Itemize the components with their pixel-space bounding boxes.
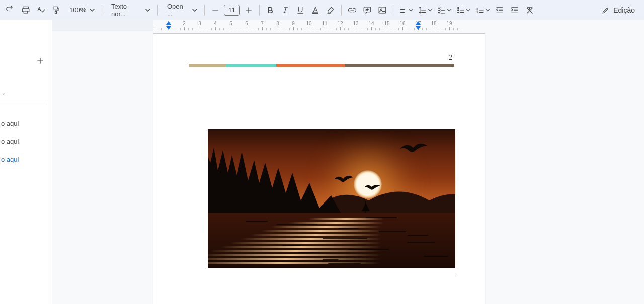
- insert-image-button[interactable]: [376, 4, 389, 17]
- chevron-down-icon: [447, 8, 451, 12]
- text-cursor: [456, 267, 456, 274]
- page-number: 2: [449, 54, 452, 62]
- align-dropdown[interactable]: [397, 4, 415, 17]
- water-shape: [208, 213, 455, 268]
- separator: [157, 5, 158, 16]
- highlight-color-button[interactable]: [324, 4, 337, 17]
- decrease-indent-button[interactable]: [493, 4, 506, 17]
- chevron-down-icon: [409, 8, 413, 12]
- clear-formatting-button[interactable]: [523, 4, 536, 17]
- svg-rect-3: [53, 7, 58, 9]
- decrease-font-size-button[interactable]: [209, 4, 222, 17]
- main-toolbar: 100% Texto nor... Open ... 11: [0, 0, 644, 20]
- checklist-dropdown[interactable]: [436, 4, 453, 17]
- chevron-down-icon: [145, 8, 150, 13]
- svg-rect-5: [312, 12, 318, 13]
- editing-mode-label: Edição: [613, 6, 635, 14]
- font-size-value: 11: [228, 7, 235, 14]
- insert-comment-button[interactable]: [361, 4, 374, 17]
- svg-rect-4: [55, 11, 57, 14]
- zoom-value: 100%: [69, 6, 86, 14]
- bold-button[interactable]: [264, 4, 277, 17]
- separator: [102, 5, 102, 16]
- indent-handle[interactable]: [416, 26, 421, 30]
- header-bar-segment: [276, 64, 345, 67]
- separator: [204, 5, 205, 16]
- pencil-icon: [601, 6, 610, 15]
- indent-handle[interactable]: [166, 21, 171, 25]
- bird-shape: [334, 174, 354, 185]
- print-button[interactable]: [19, 4, 32, 17]
- bird-shape: [364, 183, 381, 192]
- horizontal-ruler[interactable]: 2112345678910111213141516171819: [52, 20, 644, 31]
- document-page[interactable]: 2: [153, 33, 485, 304]
- add-outline-button[interactable]: [35, 55, 46, 66]
- text-color-button[interactable]: [309, 4, 322, 17]
- bird-shape: [399, 142, 428, 157]
- header-bar-segment: [189, 64, 226, 67]
- spellcheck-button[interactable]: [34, 4, 47, 17]
- header-bar-segment: [345, 64, 454, 67]
- document-canvas: 2112345678910111213141516171819 2: [52, 20, 644, 304]
- numbered-list-dropdown[interactable]: 123: [474, 4, 491, 17]
- svg-text:3: 3: [476, 11, 478, 14]
- separator: [259, 5, 260, 16]
- indent-handle[interactable]: [416, 21, 421, 25]
- document-outline: ◦o aquio aquio aqui: [0, 85, 52, 169]
- font-value: Open ...: [167, 3, 189, 18]
- svg-rect-7: [379, 7, 386, 13]
- chevron-down-icon: [466, 8, 470, 12]
- chevron-down-icon: [90, 8, 95, 13]
- increase-indent-button[interactable]: [508, 4, 521, 17]
- editing-mode-dropdown[interactable]: Edição: [596, 3, 640, 18]
- outline-item[interactable]: ◦: [0, 85, 47, 102]
- font-family-dropdown[interactable]: Open ...: [162, 3, 200, 17]
- outline-item[interactable]: o aqui: [0, 151, 47, 167]
- svg-point-11: [458, 12, 459, 13]
- inserted-image-sunset[interactable]: [208, 129, 455, 268]
- italic-button[interactable]: [279, 4, 292, 17]
- font-size-input[interactable]: 11: [224, 5, 240, 16]
- zoom-dropdown[interactable]: 100%: [64, 3, 98, 17]
- chevron-down-icon: [486, 8, 490, 12]
- redo-button[interactable]: [4, 4, 17, 17]
- separator: [393, 5, 393, 16]
- chevron-down-icon: [428, 8, 432, 12]
- style-value: Texto nor...: [111, 3, 142, 18]
- svg-point-10: [458, 9, 459, 10]
- increase-font-size-button[interactable]: [242, 4, 255, 17]
- separator: [341, 5, 342, 16]
- outline-item[interactable]: o aqui: [0, 133, 47, 149]
- bulleted-list-dropdown[interactable]: [455, 4, 472, 17]
- insert-link-button[interactable]: [346, 4, 359, 17]
- svg-point-9: [458, 7, 459, 8]
- chevron-down-icon: [192, 8, 197, 13]
- svg-rect-2: [24, 11, 28, 13]
- underline-button[interactable]: [294, 4, 307, 17]
- line-spacing-dropdown[interactable]: [417, 4, 434, 17]
- outline-item[interactable]: o aqui: [0, 115, 47, 131]
- paragraph-style-dropdown[interactable]: Texto nor...: [106, 3, 153, 17]
- indent-handle[interactable]: [166, 26, 171, 30]
- plus-icon: [36, 56, 45, 65]
- header-bar-segment: [226, 64, 276, 67]
- paint-format-button[interactable]: [49, 4, 62, 17]
- header-color-bar: [189, 64, 454, 67]
- outline-sidebar: ◦o aquio aquio aqui: [0, 20, 52, 304]
